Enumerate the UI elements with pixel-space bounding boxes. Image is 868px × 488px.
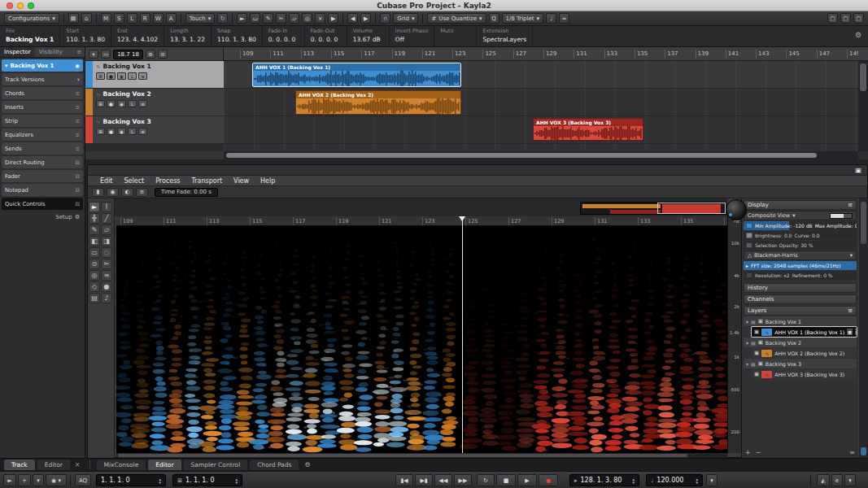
- audio-clip-ahh-vox-2-backing-vox-2[interactable]: AHH VOX 2 (Backing Vox 2): [295, 90, 461, 115]
- inspector-tab-visibility[interactable]: Visibility: [35, 47, 67, 57]
- info-field-fade-in[interactable]: Fade-In0. 0. 0. 0: [263, 26, 305, 46]
- display-opacity-slider[interactable]: [830, 213, 853, 219]
- value-stepper[interactable]: ▴▾: [159, 477, 161, 484]
- info-value[interactable]: 0. 0. 0. 0: [268, 36, 299, 43]
- channels-section-header[interactable]: Channels: [744, 294, 857, 304]
- tempo-display[interactable]: ♩120.000▴▾: [646, 474, 703, 486]
- monitor-button[interactable]: ◉: [117, 128, 126, 135]
- tab-sampler-control[interactable]: Sampler Control: [184, 460, 248, 470]
- value-stepper[interactable]: ▴▾: [696, 477, 698, 484]
- display-mode-button[interactable]: ◐: [121, 188, 133, 197]
- tempo-mode-button[interactable]: ▾: [706, 474, 718, 486]
- playback-tool[interactable]: ♪: [101, 293, 112, 303]
- snapshot-button[interactable]: ◉: [107, 188, 119, 197]
- track-menu-button[interactable]: ≡: [138, 100, 147, 107]
- info-field-end[interactable]: End123. 4. 4.102: [111, 26, 164, 46]
- zoom-value-display[interactable]: 18.7 18: [113, 50, 143, 59]
- record-arm-button[interactable]: ●: [107, 100, 116, 107]
- selection-opacity-value[interactable]: Selection Opacity: 30 %: [755, 242, 813, 248]
- editor-vertical-scrollbar[interactable]: [859, 198, 868, 458]
- layer-group-backing-vox-3[interactable]: ▾▤▣Backing Vox 3: [744, 359, 857, 368]
- info-field-length[interactable]: Length13. 3. 1. 22: [164, 26, 212, 46]
- zoom-out-icon[interactable]: ⊖: [158, 50, 168, 59]
- tab-chord-pads[interactable]: Chord Pads: [250, 460, 299, 470]
- display-section-header[interactable]: Display ≡: [744, 200, 857, 210]
- monitor-button[interactable]: ◉: [117, 72, 126, 80]
- state-button-w[interactable]: W: [153, 13, 164, 24]
- add-layer-button[interactable]: +: [745, 449, 751, 456]
- resolution-value[interactable]: Resolution: x2: [755, 272, 790, 278]
- section-icon[interactable]: ≡: [76, 118, 80, 124]
- track-scale-icon[interactable]: ▭: [101, 50, 111, 59]
- audio-clip-ahh-vox-3-backing-vox-3[interactable]: AHH VOX 3 (Backing Vox 3): [533, 118, 643, 141]
- info-value[interactable]: 110. 1. 3. 80: [217, 36, 256, 43]
- layer-visible-checkbox[interactable]: ▣: [758, 318, 763, 325]
- playhead-marker[interactable]: [459, 216, 465, 221]
- lasso-select-tool[interactable]: ◌: [101, 247, 112, 258]
- composite-view-dropdown[interactable]: Composite View ▾: [744, 211, 857, 220]
- chevron-down-icon[interactable]: ▾: [746, 340, 748, 346]
- monitor-button[interactable]: ◉: [117, 100, 126, 107]
- chevron-down-icon[interactable]: ▾: [746, 319, 748, 325]
- inspector-item-strip[interactable]: Strip≡: [2, 115, 83, 127]
- info-value[interactable]: SpectraLayers: [482, 36, 526, 43]
- playback-volume-knob[interactable]: [726, 199, 747, 220]
- project-horizontal-scrollbar[interactable]: [224, 151, 858, 159]
- layer-solo-button[interactable]: ■: [847, 329, 853, 335]
- use-quantize-dropdown[interactable]: #Use Quantize▾: [427, 13, 486, 24]
- editor-time-ruler[interactable]: 1091111131151171191211231251271291311331…: [116, 216, 727, 226]
- object-selection-tool-button[interactable]: ►: [237, 13, 247, 24]
- menu-icon[interactable]: ≡: [73, 49, 85, 55]
- info-value[interactable]: 123. 4. 4.102: [117, 36, 158, 43]
- cursor-info-button[interactable]: ▮: [92, 188, 104, 197]
- layers-tool[interactable]: ▤: [89, 293, 100, 303]
- length-quantize-button[interactable]: ♩: [546, 13, 556, 24]
- inspector-item-chords[interactable]: Chords≡: [2, 87, 83, 99]
- section-icon[interactable]: ⊟: [76, 187, 80, 194]
- state-button-m[interactable]: M: [101, 13, 111, 24]
- brush-tool[interactable]: ●: [101, 281, 112, 292]
- project-vertical-scrollbar[interactable]: [858, 61, 868, 151]
- listen-button[interactable]: L: [128, 72, 137, 80]
- add-track-button[interactable]: +: [18, 474, 31, 486]
- state-button-l[interactable]: L: [127, 13, 137, 24]
- track-insert-button[interactable]: ⊞: [96, 128, 105, 135]
- layer-visible-checkbox[interactable]: ▣: [754, 329, 759, 335]
- info-field-invert-phase[interactable]: Invert PhaseOff: [390, 26, 435, 46]
- inspector-tab-inspector[interactable]: Inspector: [0, 47, 35, 57]
- time-cursor-tool[interactable]: I: [101, 202, 112, 212]
- secondary-time-display[interactable]: ⊠1. 1. 1. 0▴▾: [172, 474, 242, 486]
- chevron-down-icon[interactable]: ▾: [746, 361, 748, 367]
- selection-opacity-row[interactable]: Selection Opacity: 30 %: [744, 241, 857, 250]
- section-icon[interactable]: ⊟: [76, 159, 80, 166]
- menu-view[interactable]: View: [228, 177, 255, 185]
- object-selection-button[interactable]: ►: [3, 474, 16, 486]
- spectrogram-display[interactable]: [116, 226, 727, 453]
- eraser-tool[interactable]: ▱: [101, 224, 112, 235]
- track-color-strip[interactable]: [85, 61, 93, 88]
- snap-button[interactable]: ∩: [380, 13, 390, 24]
- workspaces-button[interactable]: ⌂: [81, 13, 92, 24]
- inspector-item-direct-routing[interactable]: Direct Routing⊟: [2, 156, 83, 168]
- audiowarp-button[interactable]: ≈: [559, 13, 569, 24]
- automation-mode-dropdown[interactable]: Touch▾: [185, 13, 216, 24]
- layers-section-header[interactable]: Layers ≡: [744, 306, 857, 316]
- rect-select-tool[interactable]: ▭: [89, 247, 100, 258]
- track-row-backing-vox-3[interactable]: ∿Backing Vox 3⊞●◉L≡: [85, 116, 224, 144]
- info-value[interactable]: 110. 1. 3. 80: [66, 36, 105, 43]
- track-options-dropdown[interactable]: ▾: [89, 50, 98, 59]
- erase-tool-button[interactable]: ▱: [289, 13, 299, 24]
- quantize-apply-button[interactable]: Q: [489, 13, 499, 24]
- step-down-icon[interactable]: ▾: [696, 481, 698, 484]
- left-zone-button[interactable]: ▢: [827, 13, 838, 24]
- amplitude-range-row[interactable]: Min Amplitude: -120 dB Max Amplitude: 0 …: [744, 221, 857, 230]
- menu-icon[interactable]: ≡: [848, 202, 853, 208]
- grid-type-dropdown[interactable]: Grid▾: [393, 13, 418, 24]
- stop-button[interactable]: ■: [496, 474, 516, 486]
- tab-editor[interactable]: Editor: [148, 460, 181, 470]
- waveform-overview[interactable]: [580, 202, 726, 215]
- min-amplitude-value[interactable]: Min Amplitude: -120 dB: [755, 223, 813, 229]
- cycle-button[interactable]: ↻: [477, 474, 495, 486]
- track-insert-button[interactable]: ⊞: [96, 72, 105, 80]
- value-stepper[interactable]: ▴▾: [632, 477, 635, 484]
